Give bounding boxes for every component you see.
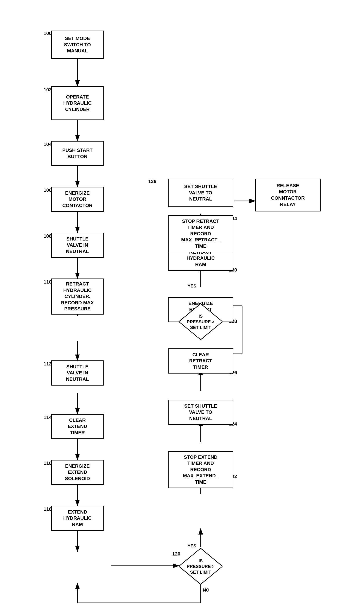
label-118: 118 <box>44 506 52 512</box>
label-112: 112 <box>44 361 52 367</box>
node-124: SET SHUTTLE VALVE TO NEUTRAL <box>168 400 233 425</box>
node-138: RELEASE MOTOR CONNTACTOR RELAY <box>255 179 321 211</box>
node-132: IS PRESSURE > SET LIMIT <box>179 304 222 340</box>
node-100: SET MODE SWITCH TO MANUAL <box>51 31 104 59</box>
yes-label-120: YES <box>188 544 196 548</box>
flowchart-diagram: 100 102 104 106 108 110 112 114 116 118 … <box>0 0 364 616</box>
label-100: 100 <box>44 31 52 36</box>
node-116: ENERGIZE EXTEND SOLENOID <box>51 460 104 485</box>
label-114: 114 <box>44 415 52 420</box>
node-118: EXTEND HYDRAULIC RAM <box>51 506 104 531</box>
label-110: 110 <box>44 279 52 285</box>
node-136: SET SHUTTLE VALVE TO NEUTRAL <box>168 179 233 207</box>
node-114: CLEAR EXTEND TIMER <box>51 414 104 439</box>
label-108: 108 <box>44 233 52 239</box>
label-102: 102 <box>44 87 52 93</box>
node-126: CLEAR RETRACT TIMER <box>168 349 233 374</box>
label-116: 116 <box>44 461 52 466</box>
node-108: SHUTTLE VALVE IN NEUTRAL <box>51 233 104 258</box>
node-112: SHUTTLE VALVE IN NEUTRAL <box>51 360 104 386</box>
no-label-120: NO <box>203 588 209 593</box>
node-110: RETRACT HYDRAULIC CYLINDER. RECORD MAX P… <box>51 279 104 315</box>
node-134: STOP RETRACT TIMER AND RECORD MAX_RETRAC… <box>168 215 233 252</box>
label-106: 106 <box>44 187 52 193</box>
node-102: OPERATE HYDRAULIC CYLINDER <box>51 86 104 120</box>
node-104: PUSH START BUTTON <box>51 141 104 166</box>
node-106: ENERGIZE MOTOR CONTACTOR <box>51 187 104 212</box>
label-136: 136 <box>148 179 156 184</box>
node-120: IS PRESSURE > SET LIMIT <box>179 548 222 584</box>
label-104: 104 <box>44 141 52 147</box>
yes-label-132: YES <box>188 283 196 289</box>
node-122: STOP EXTEND TIMER AND RECORD MAX_EXTEND_… <box>168 451 233 488</box>
